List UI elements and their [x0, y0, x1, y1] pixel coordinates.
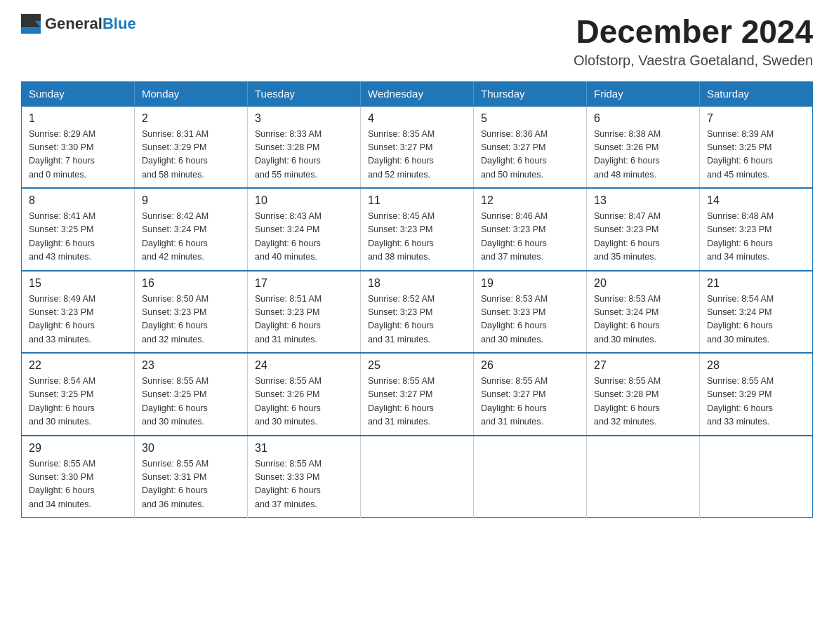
day-info: Sunrise: 8:42 AMSunset: 3:24 PMDaylight:… — [142, 210, 240, 264]
day-number: 1 — [29, 112, 127, 125]
day-cell — [474, 436, 587, 518]
header-sunday: Sunday — [22, 81, 135, 106]
logo-icon — [21, 14, 41, 34]
day-cell: 29 Sunrise: 8:55 AMSunset: 3:30 PMDaylig… — [22, 436, 135, 518]
header-tuesday: Tuesday — [248, 81, 361, 106]
day-info: Sunrise: 8:55 AMSunset: 3:30 PMDaylight:… — [29, 457, 127, 512]
day-info: Sunrise: 8:29 AMSunset: 3:30 PMDaylight:… — [29, 128, 127, 182]
day-number: 19 — [481, 277, 579, 290]
day-cell: 27 Sunrise: 8:55 AMSunset: 3:28 PMDaylig… — [587, 353, 700, 436]
day-info: Sunrise: 8:48 AMSunset: 3:23 PMDaylight:… — [707, 210, 805, 264]
day-info: Sunrise: 8:55 AMSunset: 3:28 PMDaylight:… — [594, 375, 692, 429]
day-info: Sunrise: 8:55 AMSunset: 3:29 PMDaylight:… — [707, 375, 805, 429]
location: Olofstorp, Vaestra Goetaland, Sweden — [574, 53, 813, 69]
day-number: 6 — [594, 112, 692, 125]
day-cell: 6 Sunrise: 8:38 AMSunset: 3:26 PMDayligh… — [587, 106, 700, 189]
day-number: 31 — [255, 442, 353, 455]
calendar-table: Sunday Monday Tuesday Wednesday Thursday… — [21, 81, 813, 518]
day-info: Sunrise: 8:53 AMSunset: 3:23 PMDaylight:… — [481, 293, 579, 347]
day-number: 27 — [594, 359, 692, 372]
logo-text-blue: Blue — [102, 15, 136, 32]
day-number: 18 — [368, 277, 466, 290]
day-cell: 18 Sunrise: 8:52 AMSunset: 3:23 PMDaylig… — [361, 271, 474, 354]
day-cell: 4 Sunrise: 8:35 AMSunset: 3:27 PMDayligh… — [361, 106, 474, 189]
week-row-5: 29 Sunrise: 8:55 AMSunset: 3:30 PMDaylig… — [22, 436, 813, 518]
day-info: Sunrise: 8:38 AMSunset: 3:26 PMDaylight:… — [594, 128, 692, 182]
header-friday: Friday — [587, 81, 700, 106]
day-info: Sunrise: 8:55 AMSunset: 3:31 PMDaylight:… — [142, 457, 240, 512]
day-number: 22 — [29, 359, 127, 372]
day-number: 14 — [707, 194, 805, 207]
day-number: 20 — [594, 277, 692, 290]
day-number: 13 — [594, 194, 692, 207]
day-info: Sunrise: 8:41 AMSunset: 3:25 PMDaylight:… — [29, 210, 127, 264]
logo: GeneralBlue — [21, 14, 136, 34]
day-number: 30 — [142, 442, 240, 455]
day-info: Sunrise: 8:54 AMSunset: 3:24 PMDaylight:… — [707, 293, 805, 347]
day-info: Sunrise: 8:55 AMSunset: 3:27 PMDaylight:… — [368, 375, 466, 429]
day-info: Sunrise: 8:39 AMSunset: 3:25 PMDaylight:… — [707, 128, 805, 182]
day-cell: 24 Sunrise: 8:55 AMSunset: 3:26 PMDaylig… — [248, 353, 361, 436]
week-row-4: 22 Sunrise: 8:54 AMSunset: 3:25 PMDaylig… — [22, 353, 813, 436]
day-number: 24 — [255, 359, 353, 372]
day-info: Sunrise: 8:55 AMSunset: 3:33 PMDaylight:… — [255, 457, 353, 512]
day-cell: 5 Sunrise: 8:36 AMSunset: 3:27 PMDayligh… — [474, 106, 587, 189]
page-header: GeneralBlue December 2024 Olofstorp, Vae… — [21, 14, 813, 69]
day-info: Sunrise: 8:43 AMSunset: 3:24 PMDaylight:… — [255, 210, 353, 264]
day-cell: 13 Sunrise: 8:47 AMSunset: 3:23 PMDaylig… — [587, 188, 700, 271]
day-info: Sunrise: 8:50 AMSunset: 3:23 PMDaylight:… — [142, 293, 240, 347]
week-row-3: 15 Sunrise: 8:49 AMSunset: 3:23 PMDaylig… — [22, 271, 813, 354]
day-cell: 9 Sunrise: 8:42 AMSunset: 3:24 PMDayligh… — [135, 188, 248, 271]
day-cell: 15 Sunrise: 8:49 AMSunset: 3:23 PMDaylig… — [22, 271, 135, 354]
weekday-header-row: Sunday Monday Tuesday Wednesday Thursday… — [22, 81, 813, 106]
day-number: 8 — [29, 194, 127, 207]
day-cell: 31 Sunrise: 8:55 AMSunset: 3:33 PMDaylig… — [248, 436, 361, 518]
header-monday: Monday — [135, 81, 248, 106]
day-cell: 3 Sunrise: 8:33 AMSunset: 3:28 PMDayligh… — [248, 106, 361, 189]
day-cell: 8 Sunrise: 8:41 AMSunset: 3:25 PMDayligh… — [22, 188, 135, 271]
day-info: Sunrise: 8:53 AMSunset: 3:24 PMDaylight:… — [594, 293, 692, 347]
svg-rect-0 — [21, 14, 41, 28]
day-info: Sunrise: 8:33 AMSunset: 3:28 PMDaylight:… — [255, 128, 353, 182]
day-info: Sunrise: 8:45 AMSunset: 3:23 PMDaylight:… — [368, 210, 466, 264]
day-cell: 21 Sunrise: 8:54 AMSunset: 3:24 PMDaylig… — [700, 271, 813, 354]
title-area: December 2024 Olofstorp, Vaestra Goetala… — [574, 14, 813, 69]
day-cell: 11 Sunrise: 8:45 AMSunset: 3:23 PMDaylig… — [361, 188, 474, 271]
day-info: Sunrise: 8:36 AMSunset: 3:27 PMDaylight:… — [481, 128, 579, 182]
week-row-2: 8 Sunrise: 8:41 AMSunset: 3:25 PMDayligh… — [22, 188, 813, 271]
day-cell: 14 Sunrise: 8:48 AMSunset: 3:23 PMDaylig… — [700, 188, 813, 271]
header-wednesday: Wednesday — [361, 81, 474, 106]
day-cell: 16 Sunrise: 8:50 AMSunset: 3:23 PMDaylig… — [135, 271, 248, 354]
day-cell: 28 Sunrise: 8:55 AMSunset: 3:29 PMDaylig… — [700, 353, 813, 436]
header-thursday: Thursday — [474, 81, 587, 106]
day-number: 15 — [29, 277, 127, 290]
day-number: 16 — [142, 277, 240, 290]
week-row-1: 1 Sunrise: 8:29 AMSunset: 3:30 PMDayligh… — [22, 106, 813, 189]
calendar-body: 1 Sunrise: 8:29 AMSunset: 3:30 PMDayligh… — [22, 106, 813, 518]
day-cell: 25 Sunrise: 8:55 AMSunset: 3:27 PMDaylig… — [361, 353, 474, 436]
day-cell: 10 Sunrise: 8:43 AMSunset: 3:24 PMDaylig… — [248, 188, 361, 271]
day-number: 21 — [707, 277, 805, 290]
day-cell: 17 Sunrise: 8:51 AMSunset: 3:23 PMDaylig… — [248, 271, 361, 354]
day-number: 2 — [142, 112, 240, 125]
day-cell: 19 Sunrise: 8:53 AMSunset: 3:23 PMDaylig… — [474, 271, 587, 354]
day-cell — [361, 436, 474, 518]
day-cell: 7 Sunrise: 8:39 AMSunset: 3:25 PMDayligh… — [700, 106, 813, 189]
day-cell: 22 Sunrise: 8:54 AMSunset: 3:25 PMDaylig… — [22, 353, 135, 436]
day-info: Sunrise: 8:55 AMSunset: 3:26 PMDaylight:… — [255, 375, 353, 429]
day-cell: 20 Sunrise: 8:53 AMSunset: 3:24 PMDaylig… — [587, 271, 700, 354]
day-info: Sunrise: 8:54 AMSunset: 3:25 PMDaylight:… — [29, 375, 127, 429]
day-cell: 12 Sunrise: 8:46 AMSunset: 3:23 PMDaylig… — [474, 188, 587, 271]
day-info: Sunrise: 8:55 AMSunset: 3:27 PMDaylight:… — [481, 375, 579, 429]
day-info: Sunrise: 8:31 AMSunset: 3:29 PMDaylight:… — [142, 128, 240, 182]
day-number: 10 — [255, 194, 353, 207]
day-number: 4 — [368, 112, 466, 125]
day-info: Sunrise: 8:47 AMSunset: 3:23 PMDaylight:… — [594, 210, 692, 264]
day-number: 23 — [142, 359, 240, 372]
day-number: 11 — [368, 194, 466, 207]
day-number: 7 — [707, 112, 805, 125]
day-number: 28 — [707, 359, 805, 372]
day-cell — [587, 436, 700, 518]
day-info: Sunrise: 8:35 AMSunset: 3:27 PMDaylight:… — [368, 128, 466, 182]
day-number: 3 — [255, 112, 353, 125]
